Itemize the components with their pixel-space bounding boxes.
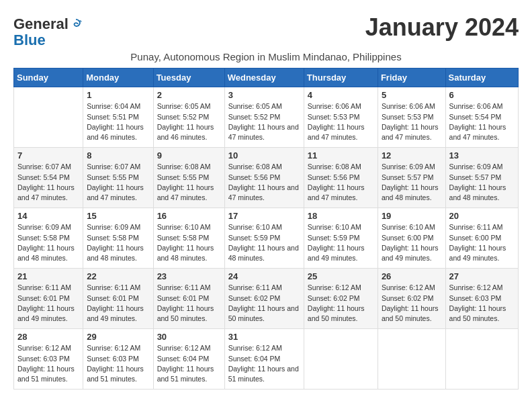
calendar-table: SundayMondayTuesdayWednesdayThursdayFrid… bbox=[13, 68, 519, 390]
calendar-cell: 26Sunrise: 6:12 AM Sunset: 6:02 PM Dayli… bbox=[378, 269, 445, 329]
day-number: 3 bbox=[228, 90, 300, 100]
calendar-body: 1Sunrise: 6:04 AM Sunset: 5:51 PM Daylig… bbox=[14, 87, 519, 390]
calendar-cell: 2Sunrise: 6:05 AM Sunset: 5:52 PM Daylig… bbox=[153, 87, 224, 148]
calendar-cell bbox=[304, 329, 378, 390]
day-number: 8 bbox=[87, 150, 149, 161]
calendar-header-thursday: Thursday bbox=[304, 68, 378, 87]
day-number: 15 bbox=[87, 211, 149, 221]
logo-text-blue: Blue bbox=[13, 32, 82, 48]
calendar-cell: 30Sunrise: 6:12 AM Sunset: 6:04 PM Dayli… bbox=[153, 329, 224, 390]
day-info: Sunrise: 6:06 AM Sunset: 5:54 PM Dayligh… bbox=[449, 101, 515, 142]
calendar-cell: 4Sunrise: 6:06 AM Sunset: 5:53 PM Daylig… bbox=[304, 87, 378, 148]
day-number: 14 bbox=[17, 211, 79, 221]
day-info: Sunrise: 6:10 AM Sunset: 5:58 PM Dayligh… bbox=[157, 222, 221, 263]
calendar-cell: 6Sunrise: 6:06 AM Sunset: 5:54 PM Daylig… bbox=[445, 87, 518, 148]
day-number: 16 bbox=[157, 211, 221, 221]
calendar-week-row: 28Sunrise: 6:12 AM Sunset: 6:03 PM Dayli… bbox=[14, 329, 519, 390]
calendar-cell bbox=[378, 329, 445, 390]
calendar-cell: 8Sunrise: 6:07 AM Sunset: 5:55 PM Daylig… bbox=[83, 148, 153, 208]
calendar-cell: 10Sunrise: 6:08 AM Sunset: 5:56 PM Dayli… bbox=[224, 148, 304, 208]
day-number: 21 bbox=[17, 271, 79, 281]
calendar-week-row: 1Sunrise: 6:04 AM Sunset: 5:51 PM Daylig… bbox=[14, 87, 519, 148]
day-info: Sunrise: 6:07 AM Sunset: 5:54 PM Dayligh… bbox=[17, 162, 79, 203]
day-info: Sunrise: 6:06 AM Sunset: 5:53 PM Dayligh… bbox=[308, 101, 374, 142]
calendar-cell: 5Sunrise: 6:06 AM Sunset: 5:53 PM Daylig… bbox=[378, 87, 445, 148]
day-number: 26 bbox=[382, 271, 442, 281]
day-info: Sunrise: 6:05 AM Sunset: 5:52 PM Dayligh… bbox=[228, 101, 300, 142]
day-number: 7 bbox=[17, 150, 79, 161]
day-info: Sunrise: 6:09 AM Sunset: 5:58 PM Dayligh… bbox=[87, 222, 149, 263]
page-header: General Blue January 2024 bbox=[13, 13, 519, 48]
calendar-cell: 13Sunrise: 6:09 AM Sunset: 5:57 PM Dayli… bbox=[445, 148, 518, 208]
day-info: Sunrise: 6:10 AM Sunset: 5:59 PM Dayligh… bbox=[228, 222, 300, 263]
calendar-header-wednesday: Wednesday bbox=[224, 68, 304, 87]
day-number: 25 bbox=[308, 271, 374, 281]
calendar-cell: 18Sunrise: 6:10 AM Sunset: 5:59 PM Dayli… bbox=[304, 208, 378, 269]
calendar-header-saturday: Saturday bbox=[445, 68, 518, 87]
day-info: Sunrise: 6:11 AM Sunset: 6:01 PM Dayligh… bbox=[17, 283, 79, 324]
day-number: 13 bbox=[449, 150, 515, 161]
calendar-cell: 25Sunrise: 6:12 AM Sunset: 6:02 PM Dayli… bbox=[304, 269, 378, 329]
day-number: 9 bbox=[157, 150, 221, 161]
day-number: 11 bbox=[308, 150, 374, 161]
day-number: 24 bbox=[228, 271, 300, 281]
day-info: Sunrise: 6:09 AM Sunset: 5:58 PM Dayligh… bbox=[17, 222, 79, 263]
calendar-cell: 15Sunrise: 6:09 AM Sunset: 5:58 PM Dayli… bbox=[83, 208, 153, 269]
calendar-cell: 11Sunrise: 6:08 AM Sunset: 5:56 PM Dayli… bbox=[304, 148, 378, 208]
day-number: 6 bbox=[449, 90, 515, 100]
calendar-cell: 24Sunrise: 6:11 AM Sunset: 6:02 PM Dayli… bbox=[224, 269, 304, 329]
day-number: 27 bbox=[449, 271, 515, 281]
day-info: Sunrise: 6:11 AM Sunset: 6:00 PM Dayligh… bbox=[449, 222, 515, 263]
day-info: Sunrise: 6:05 AM Sunset: 5:52 PM Dayligh… bbox=[157, 101, 221, 142]
logo: General Blue bbox=[13, 16, 82, 48]
day-number: 30 bbox=[157, 332, 221, 342]
calendar-cell: 1Sunrise: 6:04 AM Sunset: 5:51 PM Daylig… bbox=[83, 87, 153, 148]
day-number: 10 bbox=[228, 150, 300, 161]
day-number: 4 bbox=[308, 90, 374, 100]
day-number: 1 bbox=[87, 90, 149, 100]
calendar-cell: 28Sunrise: 6:12 AM Sunset: 6:03 PM Dayli… bbox=[14, 329, 83, 390]
calendar-subtitle: Punay, Autonomous Region in Muslim Minda… bbox=[13, 51, 519, 62]
day-info: Sunrise: 6:07 AM Sunset: 5:55 PM Dayligh… bbox=[87, 162, 149, 203]
calendar-header-monday: Monday bbox=[83, 68, 153, 87]
day-number: 17 bbox=[228, 211, 300, 221]
calendar-cell: 16Sunrise: 6:10 AM Sunset: 5:58 PM Dayli… bbox=[153, 208, 224, 269]
calendar-cell: 17Sunrise: 6:10 AM Sunset: 5:59 PM Dayli… bbox=[224, 208, 304, 269]
calendar-cell: 31Sunrise: 6:12 AM Sunset: 6:04 PM Dayli… bbox=[224, 329, 304, 390]
calendar-cell: 3Sunrise: 6:05 AM Sunset: 5:52 PM Daylig… bbox=[224, 87, 304, 148]
calendar-cell: 9Sunrise: 6:08 AM Sunset: 5:55 PM Daylig… bbox=[153, 148, 224, 208]
calendar-cell: 7Sunrise: 6:07 AM Sunset: 5:54 PM Daylig… bbox=[14, 148, 83, 208]
calendar-header-row: SundayMondayTuesdayWednesdayThursdayFrid… bbox=[14, 68, 519, 87]
calendar-cell bbox=[445, 329, 518, 390]
day-info: Sunrise: 6:10 AM Sunset: 5:59 PM Dayligh… bbox=[308, 222, 374, 263]
calendar-cell: 27Sunrise: 6:12 AM Sunset: 6:03 PM Dayli… bbox=[445, 269, 518, 329]
day-number: 20 bbox=[449, 211, 515, 221]
calendar-cell: 14Sunrise: 6:09 AM Sunset: 5:58 PM Dayli… bbox=[14, 208, 83, 269]
day-number: 5 bbox=[382, 90, 442, 100]
calendar-cell: 29Sunrise: 6:12 AM Sunset: 6:03 PM Dayli… bbox=[83, 329, 153, 390]
day-number: 28 bbox=[17, 332, 79, 342]
calendar-cell: 21Sunrise: 6:11 AM Sunset: 6:01 PM Dayli… bbox=[14, 269, 83, 329]
calendar-cell: 22Sunrise: 6:11 AM Sunset: 6:01 PM Dayli… bbox=[83, 269, 153, 329]
day-info: Sunrise: 6:10 AM Sunset: 6:00 PM Dayligh… bbox=[382, 222, 442, 263]
day-info: Sunrise: 6:09 AM Sunset: 5:57 PM Dayligh… bbox=[449, 162, 515, 203]
calendar-cell bbox=[14, 87, 83, 148]
day-number: 31 bbox=[228, 332, 300, 342]
day-number: 2 bbox=[157, 90, 221, 100]
day-info: Sunrise: 6:11 AM Sunset: 6:02 PM Dayligh… bbox=[228, 283, 300, 324]
day-info: Sunrise: 6:12 AM Sunset: 6:02 PM Dayligh… bbox=[382, 283, 442, 324]
calendar-cell: 20Sunrise: 6:11 AM Sunset: 6:00 PM Dayli… bbox=[445, 208, 518, 269]
calendar-header-tuesday: Tuesday bbox=[153, 68, 224, 87]
day-number: 18 bbox=[308, 211, 374, 221]
day-number: 29 bbox=[87, 332, 149, 342]
calendar-header-sunday: Sunday bbox=[14, 68, 83, 87]
calendar-week-row: 7Sunrise: 6:07 AM Sunset: 5:54 PM Daylig… bbox=[14, 148, 519, 208]
day-info: Sunrise: 6:08 AM Sunset: 5:56 PM Dayligh… bbox=[308, 162, 374, 203]
calendar-header-friday: Friday bbox=[378, 68, 445, 87]
day-info: Sunrise: 6:12 AM Sunset: 6:02 PM Dayligh… bbox=[308, 283, 374, 324]
day-info: Sunrise: 6:06 AM Sunset: 5:53 PM Dayligh… bbox=[382, 101, 442, 142]
day-info: Sunrise: 6:04 AM Sunset: 5:51 PM Dayligh… bbox=[87, 101, 149, 142]
month-title: January 2024 bbox=[365, 13, 519, 42]
day-number: 23 bbox=[157, 271, 221, 281]
calendar-cell: 12Sunrise: 6:09 AM Sunset: 5:57 PM Dayli… bbox=[378, 148, 445, 208]
